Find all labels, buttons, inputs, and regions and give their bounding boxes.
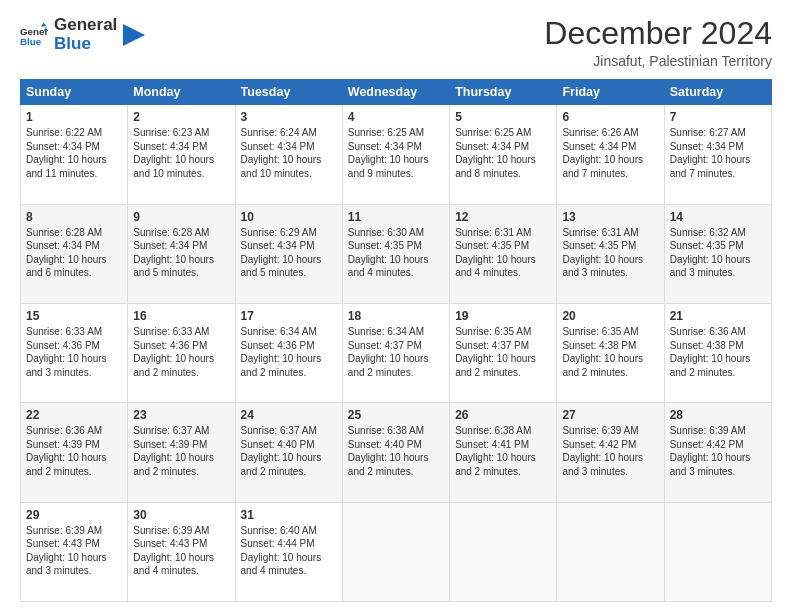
daylight-label: Daylight: 10 hours and 5 minutes.	[241, 254, 322, 279]
page: General Blue General Blue December 2024 …	[0, 0, 792, 612]
col-thursday: Thursday	[450, 80, 557, 105]
day-number: 31	[241, 507, 337, 523]
empty-cell	[342, 502, 449, 601]
day-number: 13	[562, 209, 658, 225]
sunrise-label: Sunrise: 6:30 AM	[348, 227, 424, 238]
calendar-header-row: Sunday Monday Tuesday Wednesday Thursday…	[21, 80, 772, 105]
logo-arrow-icon	[123, 24, 145, 46]
sunrise-label: Sunrise: 6:31 AM	[455, 227, 531, 238]
sunset-label: Sunset: 4:42 PM	[670, 439, 744, 450]
day-number: 16	[133, 308, 229, 324]
daylight-label: Daylight: 10 hours and 3 minutes.	[26, 353, 107, 378]
table-row: 14 Sunrise: 6:32 AM Sunset: 4:35 PM Dayl…	[664, 204, 771, 303]
daylight-label: Daylight: 10 hours and 3 minutes.	[26, 552, 107, 577]
logo-general: General	[54, 16, 117, 35]
table-row: 24 Sunrise: 6:37 AM Sunset: 4:40 PM Dayl…	[235, 403, 342, 502]
svg-marker-2	[41, 22, 47, 26]
table-row: 8 Sunrise: 6:28 AM Sunset: 4:34 PM Dayli…	[21, 204, 128, 303]
day-number: 7	[670, 109, 766, 125]
sunset-label: Sunset: 4:39 PM	[26, 439, 100, 450]
day-number: 26	[455, 407, 551, 423]
sunrise-label: Sunrise: 6:36 AM	[26, 425, 102, 436]
sunset-label: Sunset: 4:35 PM	[348, 240, 422, 251]
daylight-label: Daylight: 10 hours and 3 minutes.	[562, 452, 643, 477]
sunset-label: Sunset: 4:34 PM	[26, 240, 100, 251]
day-number: 17	[241, 308, 337, 324]
sunset-label: Sunset: 4:38 PM	[562, 340, 636, 351]
sunset-label: Sunset: 4:34 PM	[133, 240, 207, 251]
day-number: 29	[26, 507, 122, 523]
sunrise-label: Sunrise: 6:39 AM	[562, 425, 638, 436]
sunset-label: Sunset: 4:34 PM	[670, 141, 744, 152]
sunset-label: Sunset: 4:36 PM	[133, 340, 207, 351]
daylight-label: Daylight: 10 hours and 2 minutes.	[348, 452, 429, 477]
sunrise-label: Sunrise: 6:39 AM	[133, 525, 209, 536]
day-number: 19	[455, 308, 551, 324]
table-row: 3 Sunrise: 6:24 AM Sunset: 4:34 PM Dayli…	[235, 105, 342, 204]
table-row: 26 Sunrise: 6:38 AM Sunset: 4:41 PM Dayl…	[450, 403, 557, 502]
col-sunday: Sunday	[21, 80, 128, 105]
table-row: 16 Sunrise: 6:33 AM Sunset: 4:36 PM Dayl…	[128, 303, 235, 402]
svg-text:Blue: Blue	[20, 35, 42, 46]
empty-cell	[557, 502, 664, 601]
sunset-label: Sunset: 4:37 PM	[455, 340, 529, 351]
daylight-label: Daylight: 10 hours and 4 minutes.	[455, 254, 536, 279]
table-row: 11 Sunrise: 6:30 AM Sunset: 4:35 PM Dayl…	[342, 204, 449, 303]
daylight-label: Daylight: 10 hours and 4 minutes.	[241, 552, 322, 577]
sunrise-label: Sunrise: 6:35 AM	[455, 326, 531, 337]
sunrise-label: Sunrise: 6:39 AM	[26, 525, 102, 536]
day-number: 8	[26, 209, 122, 225]
sunset-label: Sunset: 4:41 PM	[455, 439, 529, 450]
sunrise-label: Sunrise: 6:28 AM	[26, 227, 102, 238]
sunset-label: Sunset: 4:37 PM	[348, 340, 422, 351]
sunrise-label: Sunrise: 6:37 AM	[133, 425, 209, 436]
daylight-label: Daylight: 10 hours and 5 minutes.	[133, 254, 214, 279]
table-row: 21 Sunrise: 6:36 AM Sunset: 4:38 PM Dayl…	[664, 303, 771, 402]
day-number: 1	[26, 109, 122, 125]
sunrise-label: Sunrise: 6:24 AM	[241, 127, 317, 138]
sunset-label: Sunset: 4:42 PM	[562, 439, 636, 450]
day-number: 15	[26, 308, 122, 324]
table-row: 7 Sunrise: 6:27 AM Sunset: 4:34 PM Dayli…	[664, 105, 771, 204]
day-number: 23	[133, 407, 229, 423]
table-row: 9 Sunrise: 6:28 AM Sunset: 4:34 PM Dayli…	[128, 204, 235, 303]
daylight-label: Daylight: 10 hours and 7 minutes.	[562, 154, 643, 179]
day-number: 11	[348, 209, 444, 225]
day-number: 30	[133, 507, 229, 523]
daylight-label: Daylight: 10 hours and 2 minutes.	[133, 353, 214, 378]
daylight-label: Daylight: 10 hours and 10 minutes.	[241, 154, 322, 179]
sunrise-label: Sunrise: 6:23 AM	[133, 127, 209, 138]
day-number: 4	[348, 109, 444, 125]
daylight-label: Daylight: 10 hours and 2 minutes.	[26, 452, 107, 477]
sunset-label: Sunset: 4:40 PM	[348, 439, 422, 450]
empty-cell	[664, 502, 771, 601]
svg-marker-4	[123, 24, 145, 46]
sunrise-label: Sunrise: 6:38 AM	[455, 425, 531, 436]
daylight-label: Daylight: 10 hours and 8 minutes.	[455, 154, 536, 179]
daylight-label: Daylight: 10 hours and 2 minutes.	[455, 452, 536, 477]
sunrise-label: Sunrise: 6:38 AM	[348, 425, 424, 436]
day-number: 27	[562, 407, 658, 423]
sunset-label: Sunset: 4:38 PM	[670, 340, 744, 351]
day-number: 2	[133, 109, 229, 125]
table-row: 15 Sunrise: 6:33 AM Sunset: 4:36 PM Dayl…	[21, 303, 128, 402]
col-wednesday: Wednesday	[342, 80, 449, 105]
table-row: 23 Sunrise: 6:37 AM Sunset: 4:39 PM Dayl…	[128, 403, 235, 502]
day-number: 10	[241, 209, 337, 225]
sunrise-label: Sunrise: 6:33 AM	[133, 326, 209, 337]
daylight-label: Daylight: 10 hours and 2 minutes.	[455, 353, 536, 378]
daylight-label: Daylight: 10 hours and 10 minutes.	[133, 154, 214, 179]
header: General Blue General Blue December 2024 …	[20, 16, 772, 69]
calendar-week-5: 29 Sunrise: 6:39 AM Sunset: 4:43 PM Dayl…	[21, 502, 772, 601]
day-number: 3	[241, 109, 337, 125]
day-number: 6	[562, 109, 658, 125]
sunrise-label: Sunrise: 6:31 AM	[562, 227, 638, 238]
day-number: 9	[133, 209, 229, 225]
day-number: 12	[455, 209, 551, 225]
main-title: December 2024	[544, 16, 772, 51]
sunset-label: Sunset: 4:43 PM	[26, 538, 100, 549]
sunset-label: Sunset: 4:36 PM	[241, 340, 315, 351]
logo-icon: General Blue	[20, 21, 48, 49]
table-row: 27 Sunrise: 6:39 AM Sunset: 4:42 PM Dayl…	[557, 403, 664, 502]
table-row: 5 Sunrise: 6:25 AM Sunset: 4:34 PM Dayli…	[450, 105, 557, 204]
